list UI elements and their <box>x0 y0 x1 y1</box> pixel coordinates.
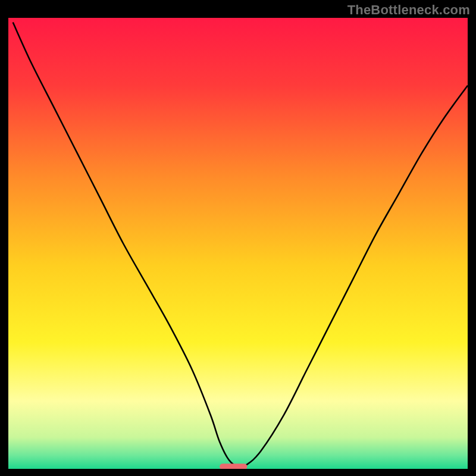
bottleneck-plot <box>8 18 468 469</box>
bottom-marker <box>220 464 247 469</box>
plot-background <box>8 18 468 469</box>
bottleneck-plot-svg <box>8 18 468 469</box>
watermark-label: TheBottleneck.com <box>347 2 470 18</box>
chart-frame: TheBottleneck.com <box>0 0 476 476</box>
